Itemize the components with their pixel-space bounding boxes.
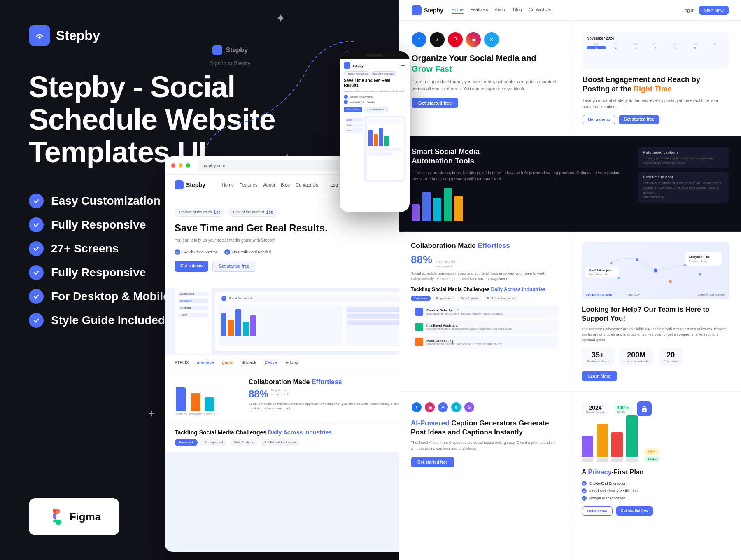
right-nav-features[interactable]: Features bbox=[470, 7, 488, 14]
auto-bar-1 bbox=[412, 204, 420, 221]
right-nav-links: Home Features About Blog Contact Us bbox=[452, 7, 551, 14]
feature-label-1: Easy Customization bbox=[51, 194, 161, 208]
schedule-icon-2 bbox=[415, 323, 423, 331]
mock-tab-data[interactable]: Data Analysis bbox=[230, 439, 258, 446]
ai-body: The Brand AI tool from Stepby makes soci… bbox=[411, 440, 558, 451]
mobile-hero-btns: Get a demo Get started free bbox=[344, 107, 405, 112]
organize-title: Organize Your Social Media and Grow Fast bbox=[412, 53, 557, 74]
auto-card-caption-body: instantly generate captions and text to … bbox=[643, 156, 724, 165]
dash-avatar bbox=[221, 296, 226, 301]
mobile-hero-title: Save Time and Get Real Results. bbox=[344, 78, 405, 88]
schedule-content-1: Content Schedule ↗ Strategize, arrange, … bbox=[426, 308, 503, 315]
figma-label: Figma bbox=[70, 511, 101, 523]
right-bottom-grid: f ▣ A e S AI-Powered Caption Generators … bbox=[399, 392, 741, 560]
right-collab-section: Collaboration Made Effortless 88% Regula… bbox=[399, 232, 570, 392]
chart-bar-4 bbox=[243, 322, 249, 336]
mobile-btn-free[interactable]: Get started free bbox=[364, 107, 388, 112]
browser-maximize-dot bbox=[186, 163, 190, 168]
organize-section: f ♪ P ▣ ✕ Organize Your Social Media and… bbox=[399, 21, 570, 136]
dash-chart-area bbox=[218, 305, 343, 346]
privacy-btn-free[interactable]: Get started free bbox=[616, 506, 653, 516]
mock-nav-about: About bbox=[263, 182, 275, 187]
boost-calendar: November 2024 Mo Tu We Th Fr Sa Su 1 2 3… bbox=[583, 32, 729, 69]
check-plans-text: Switch Plans Anytime bbox=[182, 250, 218, 254]
mock-badge-product: Product of the week 1st bbox=[175, 208, 224, 217]
mock-tab-teamwork[interactable]: Teamwork bbox=[175, 439, 198, 446]
tackling-tab-teamwork[interactable]: Teamwork bbox=[411, 296, 431, 301]
help-cta[interactable]: Learn More bbox=[582, 371, 617, 381]
mock-logo-loop: ✳ loop bbox=[285, 360, 298, 365]
collab-bar-col-li: LinkedIn bbox=[204, 397, 215, 415]
cal-d1: 1 bbox=[587, 46, 606, 49]
organize-cta[interactable]: Get started free bbox=[412, 98, 458, 108]
right-nav-contact[interactable]: Contact Us bbox=[529, 7, 551, 14]
ai-avatar-row: f ▣ A e S bbox=[411, 401, 558, 413]
right-nav-logo: Stepby bbox=[412, 5, 443, 15]
schedule-body-2: Overcome creative obstacles and spark in… bbox=[426, 327, 513, 330]
privacy-bar-yellow bbox=[597, 424, 608, 462]
mobile-menu-line-1 bbox=[401, 64, 405, 65]
mobile-checks: Switch Plans Anytime No Credit Card Need… bbox=[344, 95, 405, 104]
automation-section: Smart Social MediaAutomation Tools Effor… bbox=[399, 136, 741, 232]
dash-sidebar-item-4: Team bbox=[178, 313, 208, 317]
right-nav-signup[interactable]: Start Now bbox=[699, 6, 729, 15]
check-icon-1 bbox=[29, 194, 44, 208]
mock-tab-publish[interactable]: Publish and schedule bbox=[260, 439, 300, 446]
instagram-bubble: ▣ bbox=[466, 32, 481, 47]
auto-card-besttime-body: Schedule hundreds of posts at your with … bbox=[643, 181, 724, 195]
right-nav-logo-text: Stepby bbox=[424, 7, 443, 14]
mobile-nav: Stepby bbox=[344, 62, 405, 69]
mock-btn-free[interactable]: Get started free bbox=[212, 261, 255, 272]
schedule-content-3: Mass Scheduling Handle the social schedu… bbox=[426, 339, 502, 345]
privacy-lock-icon bbox=[637, 401, 652, 416]
schedule-item-3: Mass Scheduling Handle the social schedu… bbox=[411, 336, 558, 349]
tackling-tab-publish[interactable]: Publish and schedule bbox=[484, 296, 518, 301]
schedule-body-1: Strategize, arrange, and timetable posts… bbox=[426, 312, 503, 315]
right-nav-bar: Stepby Home Features About Blog Contact … bbox=[399, 0, 741, 21]
right-collab-stat-row: 88% Regular userevery month bbox=[411, 253, 558, 269]
automation-bars bbox=[412, 188, 630, 221]
boost-btn-demo[interactable]: Get a demo bbox=[583, 115, 615, 124]
right-nav-home[interactable]: Home bbox=[452, 7, 464, 14]
privacy-btn-demo[interactable]: Get a demo bbox=[582, 506, 613, 516]
chart-bar-3 bbox=[235, 309, 241, 336]
schedule-title-2: Intelligent Assistant bbox=[426, 324, 513, 327]
cal-fr: Fr bbox=[666, 43, 685, 45]
mobile-btn-demo[interactable]: Get a demo bbox=[344, 107, 362, 112]
check-icon-5 bbox=[29, 289, 44, 304]
cal-mo: Mo bbox=[587, 43, 606, 45]
mobile-logo-text: Stepby bbox=[352, 64, 398, 68]
logo-icon bbox=[29, 25, 50, 46]
tackling-tab-data[interactable]: Data Analysis bbox=[458, 296, 482, 301]
svg-point-0 bbox=[38, 36, 41, 39]
mobile-menu-icon[interactable] bbox=[401, 64, 405, 68]
mock-nav-logo-text: Stepby bbox=[186, 182, 205, 188]
mock-tab-engagement[interactable]: Engagement bbox=[200, 439, 227, 446]
privacy-data-99k: $99k+ bbox=[644, 456, 660, 462]
organize-body: From a single dashboard, you can create,… bbox=[412, 78, 557, 92]
right-nav-blog[interactable]: Blog bbox=[513, 7, 522, 14]
ai-avatar-3: A bbox=[437, 401, 449, 413]
right-nav-login[interactable]: Log In bbox=[682, 8, 695, 13]
mobile-dash-info bbox=[368, 148, 402, 155]
cal-su: Su bbox=[706, 43, 725, 45]
privacy-bar-purple bbox=[582, 436, 593, 462]
tackling-mini-title: Tackling Social Media Challenges Daily A… bbox=[411, 287, 558, 292]
mock-btn-demo[interactable]: Get a demo bbox=[175, 261, 208, 272]
mobile-hero-badges: Product of the week 1st Best of the prod… bbox=[344, 71, 405, 76]
help-stat-1-num: 35+ bbox=[587, 351, 609, 359]
browser-minimize-dot bbox=[179, 163, 183, 168]
privacy-feature-kyc: KYC-level Identity Verification bbox=[582, 488, 729, 493]
right-nav-about[interactable]: About bbox=[494, 7, 506, 14]
help-stat-1: 35+ Business Years bbox=[582, 348, 614, 366]
boost-btn-free[interactable]: Get started free bbox=[619, 115, 659, 124]
mobile-check-2: No Credit Card Needed bbox=[344, 100, 405, 104]
ai-cta[interactable]: Get started free bbox=[411, 457, 454, 467]
auto-card-shift: Shift smoothly bbox=[643, 195, 724, 199]
tackling-tab-engagement[interactable]: Engagement bbox=[433, 296, 456, 301]
help-stat-3-num: 20 bbox=[664, 351, 678, 359]
privacy-bar-4 bbox=[626, 415, 638, 457]
mock-check-plans: Switch Plans Anytime bbox=[175, 249, 218, 255]
cal-d4: 4 bbox=[646, 46, 665, 49]
cal-th: Th bbox=[646, 43, 665, 45]
